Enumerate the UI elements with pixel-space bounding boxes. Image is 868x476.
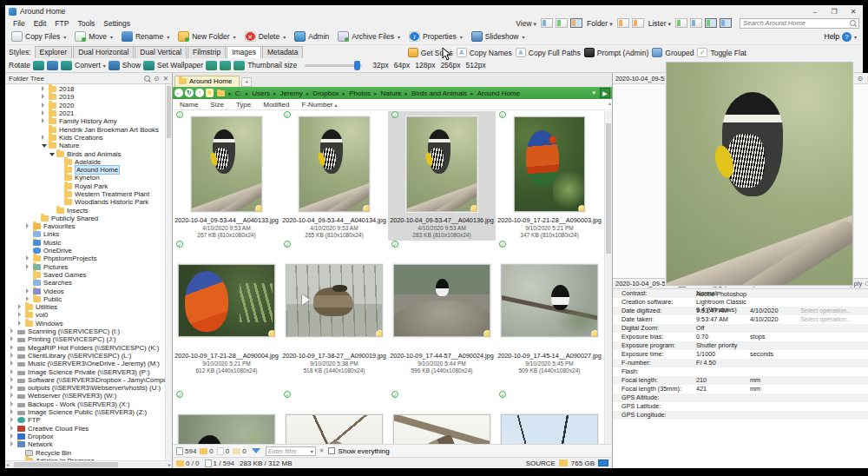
tree-item-searches[interactable]: Searches	[5, 279, 172, 287]
tree-item-clientlibrary-servicespc-l[interactable]: ClientLibrary (\\SERVICESPC) (L:)	[5, 352, 172, 360]
filter-input[interactable]: Enter filter	[266, 446, 316, 456]
style-tab-metadata[interactable]: Metadata	[262, 46, 303, 58]
tree-item-2020[interactable]: 2020	[5, 102, 172, 109]
tree-vertical-scrollbar[interactable]	[165, 84, 172, 460]
photo-lorikeet-p[interactable]	[514, 116, 585, 212]
tree-expander-icon[interactable]	[10, 425, 17, 433]
tree-expander-icon[interactable]	[10, 408, 17, 416]
lister-viewer-icon[interactable]	[720, 18, 732, 28]
rotate-left-icon[interactable]	[33, 61, 44, 70]
folder-option-icon-2[interactable]	[632, 18, 644, 28]
metadata-row-exposure-bias[interactable]: Exposure bias: 0.70 stops	[613, 333, 868, 341]
tree-expander-icon[interactable]	[10, 400, 17, 408]
breadcrumb-nature[interactable]: Nature	[372, 89, 404, 97]
tree-expander-icon[interactable]	[42, 102, 49, 109]
tree-item-image-science-public-server3-z[interactable]: Image Science Public (\\SERVER3) (Z:)	[5, 408, 172, 416]
tree-item-network[interactable]: Network	[5, 440, 172, 448]
style-tab-images[interactable]: Images	[227, 46, 261, 58]
tree-item-videos[interactable]: Videos	[5, 287, 172, 294]
path-dropdown-icon[interactable]: ▾	[589, 89, 598, 96]
style-tab-filmstrip[interactable]: Filmstrip	[187, 46, 226, 58]
tree-expander-icon[interactable]	[18, 320, 25, 327]
up-button[interactable]: ↑	[195, 89, 204, 97]
refresh-button[interactable]: ↻	[185, 89, 194, 97]
lister-tree-icon[interactable]	[705, 18, 717, 28]
tree-item-image-science-private-server3-p[interactable]: Image Science Private (\\SERVER3) (P:)	[5, 367, 172, 375]
tree-item-insects[interactable]: Insects	[5, 206, 172, 214]
breadcrumb-c[interactable]: C:	[227, 89, 244, 97]
tree-item-2019[interactable]: 2019	[5, 93, 172, 101]
set-wallpaper-button[interactable]: Set Wallpaper	[157, 61, 203, 69]
tree-expander-icon[interactable]	[26, 288, 33, 295]
tree-item-megarip-hot-folders-servicespc-k[interactable]: MegaRIP Hot Folders (\\SERVICESPC) (K:)	[5, 344, 172, 352]
tree-item-vol0[interactable]: vol0	[5, 311, 172, 319]
file-2020-10-09_17-21-28__A090004.jpg[interactable]: 2020-10-09_17-21-28__A090004.jpg 9/10/20…	[173, 241, 280, 391]
tree-item-woodlands-historic-park[interactable]: Woodlands Historic Park	[5, 198, 172, 206]
tree-item-western-treatment-plant[interactable]: Western Treatment Plant	[5, 190, 172, 198]
tree-item-dropbox[interactable]: Dropbox	[5, 433, 172, 440]
tree-item-creative-cloud-files[interactable]: Creative Cloud Files	[5, 424, 172, 432]
photo-wagtail-log[interactable]	[393, 264, 490, 337]
metadata-row-date-taken[interactable]: Date taken: 9:53:47 AM 4/10/2020 Select …	[613, 315, 868, 324]
metadata-row-focal-length[interactable]: Focal length: 210 mm	[613, 376, 868, 385]
new-tab-button[interactable]: +	[241, 77, 252, 87]
copy-names-button[interactable]: Copy Names	[457, 48, 512, 57]
tree-item-backups-work-server3-x[interactable]: Backups - Work (\\SERVER3) (X:)	[5, 400, 172, 408]
tree-expander-icon[interactable]	[10, 392, 17, 400]
viewer-image[interactable]	[666, 62, 853, 286]
new-folder-button[interactable]: New Folder	[174, 30, 239, 43]
checked-icon[interactable]	[391, 241, 398, 248]
checked-icon[interactable]	[391, 391, 398, 398]
column-size[interactable]: Size	[210, 101, 236, 109]
metadata-row-exposure-program[interactable]: Exposure program: Shutter priority	[613, 341, 868, 350]
file-2020-10-09_17-44-57__A090024.jpg[interactable]: 2020-10-09_17-44-57__A090024.jpg 9/10/20…	[388, 241, 496, 391]
thumb-mode-icon-3[interactable]	[233, 61, 245, 70]
set-wallpaper-icon[interactable]	[143, 61, 155, 70]
thumb-mode-icon-1[interactable]	[206, 61, 217, 70]
view-dropdown[interactable]: View	[514, 19, 538, 28]
tree-expander-icon[interactable]	[10, 335, 17, 343]
lister-dropdown[interactable]: Lister	[647, 19, 673, 28]
tree-expander-icon[interactable]	[18, 311, 25, 319]
archive-files-button[interactable]: Archive Files	[334, 30, 404, 43]
path-go-icon[interactable]: ▶	[600, 88, 610, 98]
photo-wagtail-branch[interactable]	[501, 264, 598, 337]
tree-item-2018[interactable]: 2018	[5, 85, 172, 93]
style-tab-dual-vertical[interactable]: Dual Vertical	[135, 46, 187, 58]
tree-expander-icon[interactable]	[10, 376, 17, 384]
checked-icon[interactable]	[176, 391, 183, 398]
checked-icon[interactable]	[284, 391, 291, 398]
tree-item-hendrik-jan-broekman-art-books[interactable]: Hendrik Jan Broekman Art Books	[5, 125, 172, 133]
menu-edit[interactable]: Edit	[30, 19, 51, 28]
tree-item-music-server3-onedrive-jeremy-m[interactable]: Music (\\SERVER3\OneDrive - Jeremy) (M:)	[5, 360, 172, 367]
breadcrumb-photos[interactable]: Photos	[341, 89, 372, 97]
tree-item-phpstormprojects[interactable]: PhpstormProjects	[5, 255, 172, 262]
tree-expander-icon[interactable]	[42, 117, 49, 125]
photo-fantail[interactable]	[393, 414, 490, 444]
tree-item-windows[interactable]: Windows	[5, 320, 172, 327]
photo-sky[interactable]	[501, 414, 598, 444]
show-button[interactable]: Show	[122, 61, 141, 69]
breadcrumb-jeremy[interactable]: Jeremy	[272, 89, 305, 97]
copy-full-paths-button[interactable]: Copy Full Paths	[516, 48, 581, 57]
tree-item-scanning-servicespc-i[interactable]: Scanning (\\SERVICESPC) (I:)	[5, 327, 172, 335]
view-list-icon[interactable]	[556, 18, 568, 28]
tree-item-webserver-server3-w[interactable]: Webserver (\\SERVER3) (W:)	[5, 392, 172, 400]
tree-item-software-server3-dropbox-jamy-computer-stu[interactable]: Software (\\SERVER3\Dropbox - Jamy\Compu…	[5, 376, 172, 384]
back-button[interactable]: ←	[174, 89, 183, 97]
file-thumbnail[interactable]	[496, 391, 603, 444]
menu-tools[interactable]: Tools	[73, 19, 99, 28]
minimize-button[interactable]: –	[806, 6, 825, 17]
tree-item-outputs-server3-webserver-vhosts-u[interactable]: outputs (\\SERVER3\Webserver\vhosts) (U:…	[5, 384, 172, 392]
folder-option-icon-1[interactable]	[617, 18, 629, 28]
tree-item-links[interactable]: Links	[5, 230, 172, 238]
files-vertical-scrollbar[interactable]	[604, 111, 612, 444]
metadata-row-gps-latitude[interactable]: GPS Latitude:	[613, 402, 868, 411]
view-details-icon[interactable]	[541, 18, 553, 28]
tree-close-icon[interactable]: ✕	[163, 75, 168, 83]
tree-expander-icon[interactable]	[10, 360, 17, 367]
photo-lorikeet-l[interactable]	[178, 264, 275, 337]
rotate-right-icon[interactable]	[47, 61, 58, 70]
properties-button[interactable]: Properties	[405, 30, 466, 43]
size-128px[interactable]: 128px	[412, 61, 437, 69]
